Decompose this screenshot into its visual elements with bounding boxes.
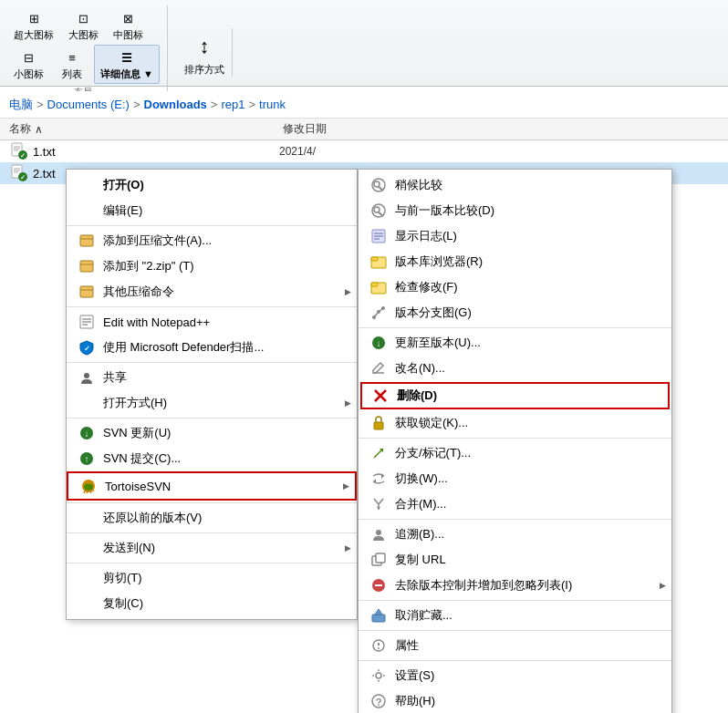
- cm-lock[interactable]: 获取锁定(K)...: [359, 410, 671, 436]
- svg-line-64: [374, 499, 379, 504]
- cm-openwith[interactable]: 打开方式(H): [67, 390, 357, 416]
- cm-compress2-label: 添加到 "2.zip" (T): [103, 258, 194, 274]
- small-icon-btn[interactable]: ⊟ 小图标: [7, 45, 50, 84]
- cm-defender[interactable]: ✓ 使用 Microsoft Defender扫描...: [67, 335, 357, 360]
- sort-area: ↕ 排序方式: [177, 28, 233, 77]
- svg-point-36: [374, 181, 380, 187]
- cm-compare-label: 稍候比较: [395, 177, 442, 193]
- cm-branch-label: 分支/标记(T)...: [395, 445, 471, 461]
- cm-copy-label: 复制(C): [103, 595, 143, 612]
- cm-cut[interactable]: 剪切(T): [67, 565, 357, 591]
- col-date-header[interactable]: 修改日期: [283, 121, 429, 137]
- breadcrumb-item-4[interactable]: trunk: [259, 98, 286, 111]
- cm-compress3[interactable]: 其他压缩命令: [67, 279, 357, 305]
- compress2-icon: [78, 257, 96, 275]
- diffprev-icon: [369, 202, 388, 220]
- detail-btn[interactable]: ☰ 详细信息 ▼: [94, 45, 160, 84]
- cm-checkmod[interactable]: 检查修改(F): [359, 274, 671, 300]
- cm-unversion[interactable]: 去除版本控制并增加到忽略列表(I): [359, 573, 671, 598]
- svg-line-31: [84, 491, 85, 493]
- cm-properties[interactable]: 属性: [359, 633, 671, 658]
- svg-text:↓: ↓: [377, 338, 381, 348]
- breadcrumb-item-3[interactable]: rep1: [221, 98, 244, 111]
- cm-repobrowser-label: 版本库浏览器(R): [395, 253, 483, 270]
- cm-restore[interactable]: 还原以前的版本(V): [67, 505, 357, 531]
- cm-svnupdate[interactable]: ↓ SVN 更新(U): [67, 420, 357, 446]
- cm-help[interactable]: ? 帮助(H): [359, 688, 671, 713]
- column-headers: 名称 ∧ 修改日期: [0, 119, 728, 140]
- unversion-icon: [369, 576, 388, 594]
- medium-icon-btn[interactable]: ⊠ 中图标: [107, 5, 150, 45]
- cm-stash[interactable]: 取消贮藏...: [359, 603, 671, 628]
- cm-tortoise[interactable]: TortoiseSVN: [67, 471, 357, 501]
- cm-notepad[interactable]: Edit with Notepad++: [67, 309, 357, 335]
- cm-sep-4: [67, 418, 357, 418]
- svg-line-32: [87, 491, 88, 493]
- file-svn-icon: ✓: [9, 142, 27, 160]
- cm-merge[interactable]: 合并(M)...: [359, 491, 671, 517]
- sort-arrow: ∧: [35, 123, 43, 136]
- cm-branch[interactable]: 分支/标记(T)...: [359, 440, 671, 466]
- cm-compress2[interactable]: 添加到 "2.zip" (T): [67, 253, 357, 279]
- cm-merge-label: 合并(M)...: [395, 496, 446, 512]
- cm-switch-label: 切换(W)...: [395, 470, 448, 487]
- toolbar-area: ⊞ 超大图标 ⊡ 大图标 ⊠ 中图标 ⊟ 小图标 ≡: [0, 0, 728, 87]
- cm-compress[interactable]: 添加到压缩文件(A)...: [67, 228, 357, 253]
- extra-large-icon: ⊞: [24, 8, 44, 28]
- cm-edit[interactable]: 编辑(E): [67, 198, 357, 223]
- cm-sendto[interactable]: 发送到(N): [67, 535, 357, 561]
- copy-icon: [78, 594, 96, 613]
- cm-diffprev[interactable]: 与前一版本比较(D): [359, 198, 671, 223]
- cm-copy[interactable]: 复制(C): [67, 591, 357, 616]
- large-icon-btn[interactable]: ⊡ 大图标: [62, 5, 105, 45]
- cm-update-label: 更新至版本(U)...: [395, 335, 481, 351]
- cm-branchgraph[interactable]: 版本分支图(G): [359, 300, 671, 326]
- cm-share[interactable]: 共享: [67, 365, 357, 390]
- list-btn[interactable]: ≡ 列表: [52, 45, 92, 84]
- svg-line-65: [379, 499, 383, 504]
- cm-branchgraph-label: 版本分支图(G): [395, 305, 472, 321]
- svg-point-29: [84, 483, 93, 491]
- table-row[interactable]: ✓ 1.txt 2021/4/: [0, 140, 728, 162]
- cm-repobrowser[interactable]: 版本库浏览器(R): [359, 249, 671, 274]
- breadcrumb-item-2[interactable]: Downloads: [144, 98, 207, 111]
- cm-blame[interactable]: 追溯(B)...: [359, 522, 671, 547]
- svg-marker-74: [375, 609, 382, 615]
- file-date-1: 2021/4/: [279, 145, 425, 158]
- sort-icon: ↕: [190, 32, 219, 61]
- list-label: 列表: [62, 67, 82, 81]
- cm-open[interactable]: 打开(O): [67, 172, 357, 198]
- cm-sep-2: [67, 306, 357, 307]
- cm-settings[interactable]: 设置(S): [359, 663, 671, 688]
- cm-update[interactable]: ↓ 更新至版本(U)...: [359, 330, 671, 356]
- svncommit-icon: ↑: [78, 450, 96, 468]
- cm-right-sep-3: [359, 519, 671, 520]
- col-date-label: 修改日期: [283, 122, 327, 135]
- svg-point-68: [376, 530, 381, 535]
- svg-rect-73: [372, 615, 385, 622]
- compress3-icon: [78, 283, 96, 301]
- open-icon: [78, 176, 96, 194]
- cm-compare[interactable]: 稍候比较: [359, 172, 671, 198]
- cm-showlog[interactable]: 显示日志(L): [359, 223, 671, 249]
- breadcrumb-item-1[interactable]: Documents (E:): [47, 98, 130, 111]
- medium-icon: ⊠: [119, 8, 139, 28]
- cm-delete[interactable]: 删除(D): [360, 382, 670, 409]
- cm-switch[interactable]: 切换(W)...: [359, 466, 671, 491]
- cm-rename[interactable]: 改名(N)...: [359, 356, 671, 381]
- col-name-header[interactable]: 名称 ∧: [9, 121, 283, 137]
- list-icon: ≡: [62, 47, 82, 67]
- breadcrumb-item-0[interactable]: 电脑: [9, 97, 33, 113]
- merge-icon: [369, 495, 388, 513]
- cm-showlog-label: 显示日志(L): [395, 228, 457, 244]
- file-svn-icon-2: ✓: [9, 164, 27, 182]
- cm-help-label: 帮助(H): [395, 693, 435, 709]
- extra-large-icon-btn[interactable]: ⊞ 超大图标: [7, 5, 60, 45]
- cm-right-sep-6: [359, 660, 671, 661]
- cm-copyurl[interactable]: 复制 URL: [359, 547, 671, 573]
- cm-svncommit[interactable]: ↑ SVN 提交(C)...: [67, 446, 357, 471]
- showlog-icon: [369, 227, 388, 245]
- sort-label: 排序方式: [184, 63, 224, 77]
- branchgraph-icon: [369, 304, 388, 322]
- svg-rect-59: [374, 422, 383, 429]
